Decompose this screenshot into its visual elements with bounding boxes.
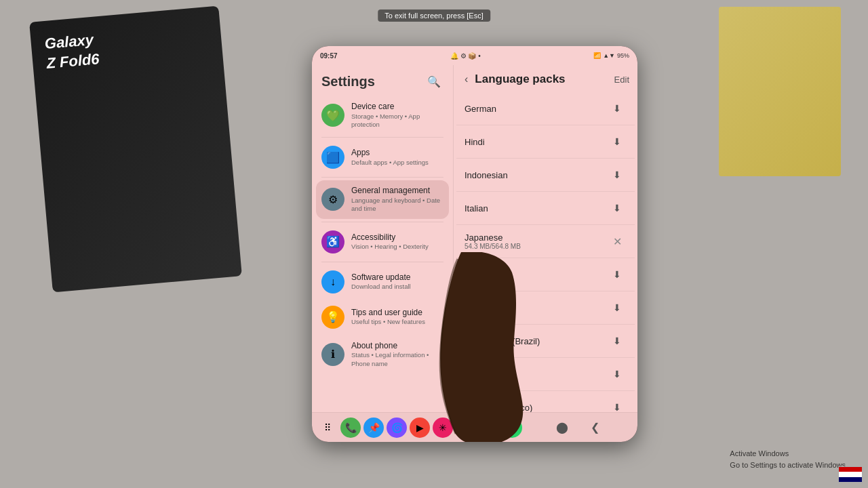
general-mgmt-text: General management Language and keyboard… (351, 186, 443, 213)
phone-frame: 09:57 🔔 ⚙ 📦 • 📶 ▲▼ 95% Settings 🔍 💚 Devi… (312, 46, 637, 442)
activate-windows-text: Activate Windows Go to Settings to activ… (730, 448, 848, 472)
home-button[interactable]: ⬤ (554, 420, 570, 436)
lang-item-german[interactable]: German ⬇ (456, 92, 635, 125)
settings-list: 💚 Device care Storage • Memory • App pro… (312, 96, 453, 412)
app4-icon[interactable]: ▶ (410, 418, 430, 438)
lang-item-portuguese-brazil[interactable]: Portuguese (Brazil) ⬇ (456, 325, 635, 358)
general-mgmt-name: General management (351, 186, 443, 197)
lang-item-korean[interactable]: Korean ⬇ (456, 258, 635, 291)
back-button[interactable]: ‹ (462, 72, 471, 87)
device-care-name: Device care (351, 102, 443, 113)
device-care-text: Device care Storage • Memory • App prote… (351, 102, 443, 129)
back-nav-button[interactable]: ❮ (587, 420, 603, 436)
about-phone-sub: Status • Legal information • Phone name (351, 351, 443, 368)
about-phone-name: About phone (351, 341, 443, 352)
settings-title: Settings (321, 74, 375, 89)
language-packs-title: Language packs (475, 73, 610, 86)
device-care-icon: 💚 (321, 104, 344, 127)
german-text: German (465, 104, 608, 114)
language-packs-panel: ‹ Language packs Edit German ⬇ Hindi (453, 65, 637, 412)
divider-3 (321, 222, 443, 222)
toy-decoration (719, 7, 841, 176)
sidebar-item-accessibility[interactable]: ♿ Accessibility Vision • Hearing • Dexte… (316, 225, 449, 259)
box-label: GalaxyZ Fold6 (44, 30, 100, 73)
lang-item-hindi[interactable]: Hindi ⬇ (456, 125, 635, 159)
grid-icon[interactable]: ⠿ (317, 418, 338, 438)
hidden-download-icon[interactable]: ⬇ (608, 365, 627, 384)
app7-icon[interactable]: ♪ (479, 418, 499, 438)
german-download-icon[interactable]: ⬇ (608, 99, 627, 118)
status-right-icons: 📶 ▲▼ 95% (593, 52, 629, 59)
hindi-download-icon[interactable]: ⬇ (608, 132, 627, 151)
sidebar-item-tips[interactable]: 💡 Tips and user guide Useful tips • New … (316, 300, 449, 334)
portuguese-brazil-text: Portuguese (Brazil) (465, 336, 608, 346)
software-update-icon: ↓ (321, 270, 344, 293)
lang-item-italian[interactable]: Italian ⬇ (456, 192, 635, 225)
phone-content: Settings 🔍 💚 Device care Storage • Memor… (312, 65, 637, 412)
hint-bar: To exit full screen, press [Esc] (378, 9, 490, 22)
device-care-sub: Storage • Memory • App protection (351, 113, 443, 129)
software-update-sub: Download and install (351, 283, 443, 291)
sidebar-item-software-update[interactable]: ↓ Software update Download and install (316, 265, 449, 299)
indonesian-download-icon[interactable]: ⬇ (608, 165, 627, 184)
korean-download-icon[interactable]: ⬇ (608, 265, 627, 284)
software-update-name: Software update (351, 272, 443, 283)
polish-download-icon[interactable]: ⬇ (608, 298, 627, 317)
bottom-nav: ⬤ ❮ (525, 420, 632, 436)
divider-1 (321, 137, 443, 138)
app2-icon[interactable]: 📌 (363, 418, 384, 438)
lang-item-polish[interactable]: Polish ⬇ (456, 291, 635, 325)
lang-item-hidden[interactable]: ⬇ (456, 358, 635, 391)
apps-text: Apps Default apps • App settings (351, 148, 443, 167)
japanese-delete-icon[interactable]: ✕ (608, 232, 627, 251)
korean-text: Korean (465, 270, 608, 280)
about-phone-icon: ℹ (321, 343, 344, 366)
phone-app-icon[interactable]: 📞 (340, 418, 361, 438)
tips-icon: 💡 (321, 306, 344, 329)
lang-item-indonesian[interactable]: Indonesian ⬇ (456, 159, 635, 192)
tips-sub: Useful tips • New features (351, 318, 443, 326)
accessibility-name: Accessibility (351, 232, 443, 243)
indonesian-text: Indonesian (465, 170, 608, 180)
settings-panel: Settings 🔍 💚 Device care Storage • Memor… (312, 65, 453, 412)
app8-icon[interactable]: 💬 (502, 418, 522, 438)
status-bar: 09:57 🔔 ⚙ 📦 • 📶 ▲▼ 95% (312, 46, 637, 65)
polish-text: Polish (465, 303, 608, 313)
lang-item-japanese[interactable]: Japanese 54.3 MB/564.8 MB ✕ (456, 225, 635, 258)
galaxy-box: GalaxyZ Fold6 (29, 6, 242, 293)
sidebar-item-device-care[interactable]: 💚 Device care Storage • Memory • App pro… (316, 96, 449, 134)
app3-icon[interactable]: 🌀 (387, 418, 407, 438)
status-time: 09:57 (320, 52, 338, 60)
accessibility-text: Accessibility Vision • Hearing • Dexteri… (351, 232, 443, 251)
app5-icon[interactable]: ✳ (433, 418, 453, 438)
apps-sub: Default apps • App settings (351, 159, 443, 167)
spanish-mexico-text: Spanish (Mexico) (465, 403, 608, 413)
software-update-text: Software update Download and install (351, 272, 443, 291)
divider-4 (321, 262, 443, 262)
language-list: German ⬇ Hindi ⬇ Indonesian ⬇ (454, 92, 637, 412)
settings-search-button[interactable]: 🔍 (425, 72, 443, 91)
japanese-text: Japanese 54.3 MB/564.8 MB (465, 232, 608, 250)
settings-header: Settings 🔍 (312, 65, 453, 96)
bottom-bar: ⠿ 📞 📌 🌀 ▶ ✳ ✖ ♪ 💬 ⬤ ❮ (312, 412, 637, 442)
lang-item-spanish-mexico[interactable]: Spanish (Mexico) ⬇ (456, 391, 635, 412)
spanish-mexico-download-icon[interactable]: ⬇ (608, 398, 627, 412)
divider-2 (321, 177, 443, 178)
apps-icon: 🟦 (321, 146, 344, 169)
general-mgmt-icon: ⚙ (321, 188, 344, 211)
apps-name: Apps (351, 148, 443, 159)
status-icons: 🔔 ⚙ 📦 • (450, 52, 481, 60)
italian-download-icon[interactable]: ⬇ (608, 199, 627, 218)
about-phone-text: About phone Status • Legal information •… (351, 341, 443, 368)
hindi-text: Hindi (465, 137, 608, 147)
sidebar-item-about-phone[interactable]: ℹ About phone Status • Legal information… (316, 336, 449, 373)
flag-icon (838, 466, 863, 483)
tips-name: Tips and user guide (351, 308, 443, 319)
sidebar-item-general-management[interactable]: ⚙ General management Language and keyboa… (316, 180, 449, 218)
app6-icon[interactable]: ✖ (456, 418, 476, 438)
tips-text: Tips and user guide Useful tips • New fe… (351, 308, 443, 327)
italian-text: Italian (465, 203, 608, 214)
edit-button[interactable]: Edit (614, 75, 629, 85)
sidebar-item-apps[interactable]: 🟦 Apps Default apps • App settings (316, 140, 449, 174)
portuguese-brazil-download-icon[interactable]: ⬇ (608, 331, 627, 350)
